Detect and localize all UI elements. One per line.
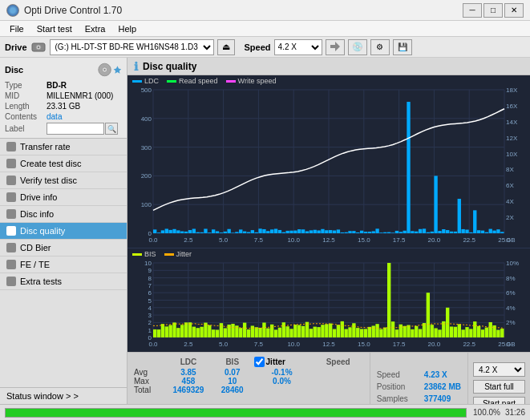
bottom-progress: 100.0% 31:26: [0, 404, 530, 420]
jitter-checkbox-label: Jitter: [266, 357, 285, 366]
app-title: Opti Drive Control 1.70: [24, 5, 122, 16]
bottom-chart-canvas: [127, 260, 530, 350]
disc-panel: Disc Type BD-R MID MILLENMR1 (000) Lengt…: [0, 58, 127, 139]
progress-bar-inner: [6, 409, 466, 417]
menu-extra[interactable]: Extra: [79, 23, 112, 34]
sidebar-item-drive-info[interactable]: Drive info: [0, 189, 127, 206]
progress-percent: 100.0%: [471, 408, 500, 417]
mid-label: MID: [5, 91, 47, 100]
total-bis: 28460: [214, 386, 251, 394]
right-panel: ℹ Disc quality LDC Read speed: [127, 58, 530, 420]
menu-file[interactable]: File: [3, 23, 30, 34]
sidebar-item-extra-tests[interactable]: Extra tests: [0, 273, 127, 290]
mid-value: MILLENMR1 (000): [47, 91, 113, 100]
total-row-label: Total: [134, 386, 163, 394]
speed-label: Speed: [245, 42, 271, 52]
stats-col-bis: BIS: [214, 356, 251, 368]
speed-select[interactable]: 4.2 X: [274, 39, 322, 55]
ldc-legend-dot: [132, 80, 142, 83]
write-legend-label: Write speed: [238, 77, 277, 85]
eject-button[interactable]: ⏏: [217, 39, 235, 55]
samples-key: Samples: [377, 394, 421, 403]
total-jitter: [251, 386, 314, 394]
bis-legend-label: BIS: [144, 250, 156, 258]
progress-time: 31:26: [505, 408, 525, 417]
bottom-legend: BIS Jitter: [127, 248, 530, 260]
contents-label: Contents: [5, 112, 47, 121]
ldc-legend-label: LDC: [144, 77, 159, 85]
drive-icon: [30, 40, 47, 55]
max-jitter: 0.0%: [251, 377, 314, 386]
total-ldc: 1469329: [163, 386, 214, 394]
svg-point-2: [38, 46, 39, 48]
write-legend-dot: [226, 80, 236, 83]
top-chart-area: LDC Read speed Write speed: [127, 75, 530, 248]
settings-icon-button[interactable]: ⚙: [370, 39, 390, 55]
disc-label-icon-button[interactable]: 🔍: [105, 123, 118, 135]
sidebar-item-create-test-disc[interactable]: Create test disc: [0, 155, 127, 172]
close-button[interactable]: ✕: [504, 3, 524, 18]
speed-select-2[interactable]: 4.2 X: [473, 362, 525, 377]
type-value: BD-R: [47, 81, 67, 90]
menu-help[interactable]: Help: [111, 23, 143, 34]
panel-header: ℹ Disc quality: [127, 58, 530, 75]
position-key: Position: [377, 382, 421, 391]
bis-legend-dot: [132, 253, 142, 256]
svg-point-5: [103, 69, 105, 71]
jitter-legend-label: Jitter: [176, 250, 192, 258]
length-value: 23.31 GB: [47, 102, 80, 111]
avg-ldc: 3.85: [163, 368, 214, 377]
sidebar-item-disc-quality[interactable]: Disc quality: [0, 223, 127, 240]
sidebar-item-disc-info[interactable]: Disc info: [0, 206, 127, 223]
max-row-label: Max: [134, 377, 163, 386]
avg-row-label: Avg: [134, 368, 163, 377]
app-icon: [6, 4, 19, 17]
sidebar-item-transfer-rate[interactable]: Transfer rate: [0, 139, 127, 155]
status-window-button[interactable]: Status window > >: [0, 387, 127, 404]
length-label: Length: [5, 102, 47, 111]
save-icon-button[interactable]: 💾: [393, 39, 412, 55]
contents-value: data: [47, 112, 62, 121]
position-val: 23862 MB: [424, 382, 461, 391]
drive-label: Drive: [5, 42, 27, 52]
menubar: File Start test Extra Help: [0, 21, 530, 37]
minimize-button[interactable]: ─: [463, 3, 482, 18]
read-legend-label: Read speed: [179, 77, 218, 85]
stats-col-jitter-check: Jitter: [251, 356, 314, 368]
disc-icon: [98, 61, 122, 79]
stats-col-empty: [134, 356, 163, 368]
titlebar: Opti Drive Control 1.70 ─ □ ✕: [0, 0, 530, 21]
menu-starttest[interactable]: Start test: [30, 23, 79, 34]
sidebar-item-fe-te[interactable]: FE / TE: [0, 256, 127, 273]
speed-icon-button[interactable]: [326, 39, 345, 55]
panel-header-icon: ℹ: [134, 60, 138, 73]
top-legend: LDC Read speed Write speed: [127, 75, 530, 87]
burn-icon-button[interactable]: 💿: [348, 39, 367, 55]
stats-col-ldc: LDC: [163, 356, 214, 368]
main-area: Disc Type BD-R MID MILLENMR1 (000) Lengt…: [0, 58, 530, 420]
nav-items: Transfer rate Create test disc Verify te…: [0, 139, 127, 387]
disc-label-key: Label: [5, 124, 47, 133]
jitter-legend-dot: [164, 253, 174, 256]
avg-bis: 0.07: [214, 368, 251, 377]
progress-bar-outer: [5, 408, 467, 418]
jitter-checkbox[interactable]: [254, 357, 265, 367]
charts-and-stats: LDC Read speed Write speed: [127, 75, 530, 420]
avg-jitter: -0.1%: [251, 368, 314, 377]
panel-header-title: Disc quality: [143, 61, 196, 72]
sidebar: Disc Type BD-R MID MILLENMR1 (000) Lengt…: [0, 58, 127, 420]
drivebar: Drive (G:) HL-DT-ST BD-RE WH16NS48 1.D3 …: [0, 37, 530, 58]
read-legend-dot: [167, 80, 176, 83]
stats-col-speed: Speed: [313, 356, 362, 368]
drive-select[interactable]: (G:) HL-DT-ST BD-RE WH16NS48 1.D3: [50, 39, 214, 55]
type-label: Type: [5, 81, 47, 90]
sidebar-item-verify-test-disc[interactable]: Verify test disc: [0, 172, 127, 189]
sidebar-item-cd-bier[interactable]: CD Bier: [0, 240, 127, 256]
max-bis: 10: [214, 377, 251, 386]
disc-label-input[interactable]: [47, 123, 104, 135]
max-ldc: 458: [163, 377, 214, 386]
bottom-chart-area: BIS Jitter: [127, 248, 530, 352]
start-full-button[interactable]: Start full: [473, 380, 525, 394]
maximize-button[interactable]: □: [483, 3, 503, 18]
disc-section-label: Disc: [5, 65, 23, 75]
